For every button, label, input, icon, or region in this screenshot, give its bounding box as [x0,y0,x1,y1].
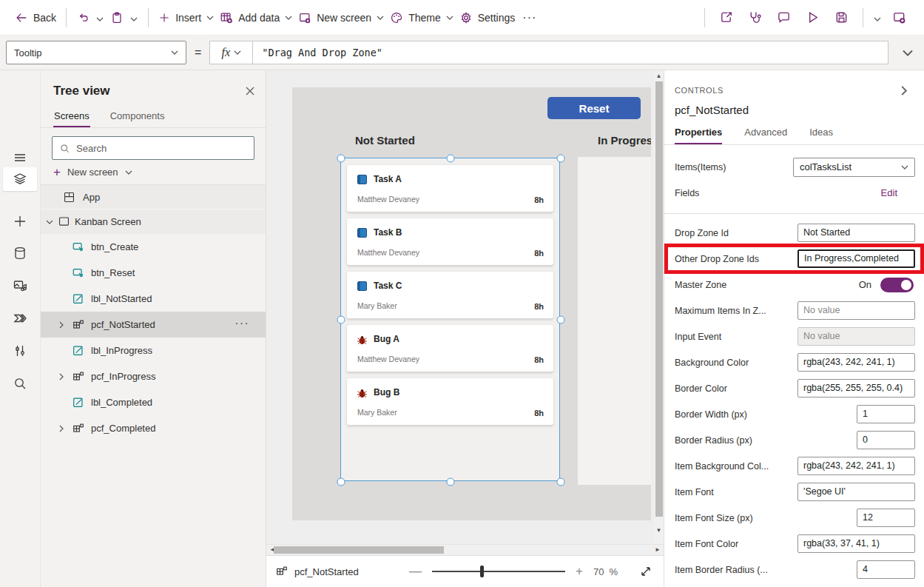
property-selector[interactable]: Tooltip [6,41,186,64]
tree-item[interactable]: btn_Create ··· [41,234,266,260]
selection-handle[interactable] [557,316,565,324]
power-automate-button[interactable] [3,306,37,330]
fullscreen-icon[interactable] [640,566,652,577]
formula-input[interactable]: "Drag And Drop Zone" [253,41,888,64]
zoom-slider[interactable] [432,566,565,577]
expand-formula-bar-chevron[interactable] [899,43,917,62]
selection-handle[interactable] [557,155,565,163]
tree-item[interactable]: pcf_InProgress ··· [41,363,266,389]
settings-button[interactable]: Settings [456,8,519,27]
insert-panel-button[interactable] [3,209,37,233]
selection-handle[interactable] [447,155,455,163]
property-value-input[interactable]: 'Segoe UI' [797,483,915,501]
kanban-card[interactable]: Task B Matthew Devaney 8h [347,218,553,265]
property-value-input[interactable]: rgba(255, 255, 255, 0.4) [797,379,915,398]
property-value-input[interactable]: Not Started [797,224,915,242]
property-value-input[interactable]: 0 [857,431,915,449]
theme-button[interactable]: Theme [387,8,456,27]
property-value-input[interactable]: 1 [857,405,915,423]
search-panel-button[interactable] [3,372,37,395]
tree-item[interactable]: lbl_Completed ··· [41,389,266,415]
app-screen[interactable]: Reset Not Started In Progress [292,87,651,520]
add-data-button[interactable]: Add data [217,8,295,27]
kanban-card[interactable]: Bug B Mary Baker 8h [347,378,553,425]
comments-button[interactable] [769,7,798,27]
property-value-input[interactable]: 12 [857,509,915,527]
new-screen-tree-button[interactable]: + New screen [41,160,266,185]
save-menu-chevron[interactable] [870,8,885,27]
fx-button[interactable]: fx [210,41,253,64]
selection-handle[interactable] [337,478,345,486]
insert-button[interactable]: Insert [155,9,217,27]
tab-properties[interactable]: Properties [675,127,722,144]
tab-screens[interactable]: Screens [53,106,90,127]
tree-item[interactable]: btn_Reset ··· [41,260,266,286]
not-started-drop-zone-selected[interactable]: Task A Matthew Devaney 8h [340,158,560,481]
property-value-input[interactable]: rgba(243, 242, 241, 1) [797,353,915,372]
paste-menu-chevron[interactable] [127,8,141,27]
zoom-slider-handle[interactable] [480,566,484,577]
more-options-icon[interactable]: ··· [235,316,250,329]
equals-sign: = [186,46,209,59]
tree-item[interactable]: pcf_NotStarted ··· [41,312,266,338]
items-dropdown[interactable]: colTasksList [793,158,915,177]
back-button[interactable]: Back [12,8,59,27]
tree-item[interactable]: lbl_NotStarted ··· [41,286,266,312]
kanban-card[interactable]: Bug A Matthew Devaney 8h [347,325,553,372]
collapse-panel-chevron[interactable] [899,84,915,97]
reset-button[interactable]: Reset [547,97,641,119]
paste-button[interactable] [107,8,127,27]
property-value-input[interactable]: No value [797,327,915,346]
in-progress-drop-zone[interactable] [578,157,651,485]
selection-handle[interactable] [337,316,345,324]
property-value-input[interactable]: In Progress,Completed [797,249,915,268]
new-screen-button[interactable]: New screen [295,8,387,27]
tree-item[interactable]: pcf_Completed ··· [41,415,266,441]
scroll-up-icon[interactable]: ▲ [654,71,664,81]
selection-handle[interactable] [557,478,565,486]
more-commands-icon[interactable]: ··· [518,11,541,24]
tab-components[interactable]: Components [109,106,166,127]
search-input[interactable]: Search [52,136,254,160]
chevron-right-icon[interactable] [59,425,64,432]
property-value-input[interactable]: No value [797,301,915,320]
tree-item[interactable]: lbl_InProgress ··· [41,338,266,363]
close-icon[interactable] [245,86,255,96]
property-value-input[interactable]: 4 [857,560,915,579]
selection-handle[interactable] [447,478,455,486]
chevron-right-icon[interactable] [59,321,64,329]
share-button[interactable] [712,7,741,27]
media-panel-button[interactable] [3,274,37,298]
chevron-right-icon[interactable] [59,373,64,380]
data-panel-button[interactable] [3,241,37,265]
preview-button[interactable] [798,7,827,27]
tree-view-button[interactable] [3,167,37,191]
kanban-card[interactable]: Task A Matthew Devaney 8h [347,165,553,212]
tree-item-kanban-screen[interactable]: Kanban Screen [41,209,266,234]
property-value-input[interactable]: rgba(243, 242, 241, 1) [797,457,915,475]
toggle-switch[interactable] [880,278,914,292]
horizontal-scrollbar[interactable]: ◄ ► [266,544,664,555]
tab-advanced[interactable]: Advanced [744,127,787,144]
vertical-scrollbar[interactable]: ▲ ▼ [654,70,664,544]
save-button[interactable] [827,7,856,27]
property-value-input[interactable]: rgba(33, 37, 41, 1) [797,534,915,553]
undo-menu-chevron[interactable] [92,8,107,27]
selection-handle[interactable] [337,155,345,163]
edit-fields-link[interactable]: Edit [881,187,915,198]
zoom-out-icon[interactable]: — [409,564,422,579]
advanced-tools-button[interactable] [3,339,37,363]
kanban-card[interactable]: Task C Mary Baker 8h [347,272,553,318]
scroll-right-icon[interactable]: ► [652,545,663,555]
horizontal-scroll-thumb[interactable] [274,546,444,554]
publish-button[interactable] [885,7,914,27]
undo-button[interactable] [73,8,92,27]
app-checker-button[interactable] [741,7,769,27]
menu-button[interactable] [3,146,37,170]
chevron-expanded-icon[interactable] [46,220,53,224]
scroll-down-icon[interactable]: ▼ [654,526,664,535]
vertical-scroll-thumb[interactable] [655,81,663,517]
tree-item-app[interactable]: App [41,185,266,209]
tab-ideas[interactable]: Ideas [809,127,833,144]
zoom-in-icon[interactable]: + [576,564,583,579]
